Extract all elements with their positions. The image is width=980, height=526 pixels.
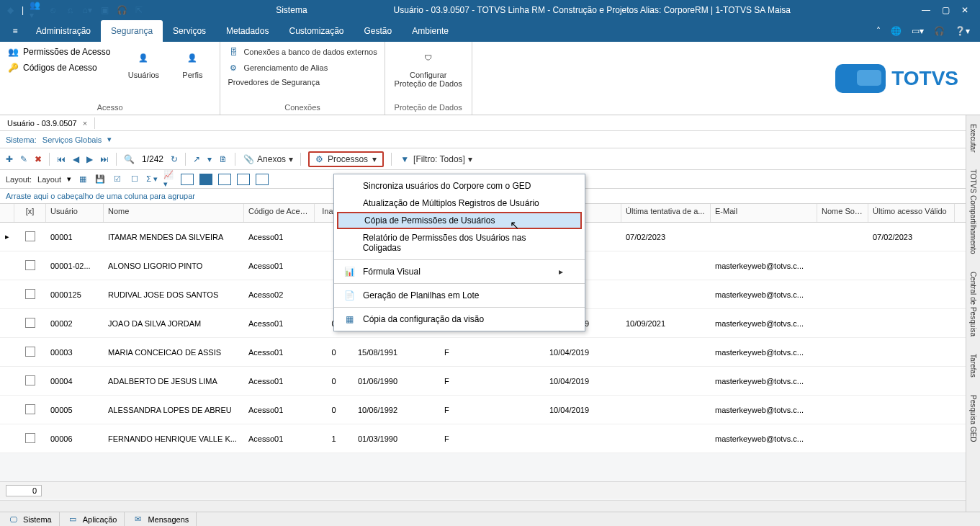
layout-view-2[interactable] — [199, 174, 212, 185]
horizontal-scrollbar[interactable] — [0, 500, 980, 512]
layout-view-5[interactable] — [256, 174, 269, 185]
menu-item[interactable]: 📄Geração de Planilhas em Lote — [334, 287, 585, 304]
provedores-seguranca-button[interactable]: Provedores de Segurança — [228, 78, 377, 86]
doc-tab-close-icon[interactable]: × — [83, 119, 87, 128]
headset-icon[interactable]: 🎧 — [116, 4, 127, 16]
side-tab-pesquisa[interactable]: Central de Pesquisa — [969, 267, 977, 341]
maximize-button[interactable]: ▢ — [942, 5, 950, 15]
side-tab-executar[interactable]: Executar — [969, 120, 977, 156]
help-icon[interactable]: ❔▾ — [955, 26, 970, 36]
gerenciamento-alias-button[interactable]: ⚙Gerenciamento de Alias — [228, 62, 377, 73]
menu-tab-ambiente[interactable]: Ambiente — [402, 20, 459, 42]
window-icon[interactable]: ▣ — [99, 4, 110, 16]
support-icon[interactable]: 🎧 — [934, 26, 945, 36]
filtro-button[interactable]: ▼[Filtro: Todos] ▾ — [399, 153, 472, 165]
count-box: 0 — [6, 485, 42, 496]
row-checkbox[interactable] — [14, 403, 46, 417]
menu-item[interactable]: 📊Fórmula Visual▸ — [334, 263, 585, 280]
home-icon[interactable]: ⌂▾ — [81, 4, 93, 16]
sistema-dropdown-icon[interactable]: ▾ — [107, 135, 112, 144]
row-checkbox[interactable] — [14, 316, 46, 331]
sigma-icon[interactable]: Σ ▾ — [146, 174, 158, 185]
first-button[interactable]: ⏮ — [57, 154, 66, 164]
row-checkbox[interactable] — [14, 432, 46, 446]
row-checkbox[interactable] — [14, 230, 46, 244]
permissoes-button[interactable]: 👥Permissões de Acesso — [7, 46, 110, 58]
menu-item[interactable]: Sincroniza usuários do Corpore com o GED — [334, 177, 585, 195]
side-tab-compartilhamento[interactable]: TOTVS Compartilhamento — [969, 165, 977, 259]
chevron-up-icon[interactable]: ˄ — [876, 26, 881, 36]
menu-item[interactable]: Relatório de Permissões dos Usuários nas… — [334, 229, 585, 257]
perfis-button[interactable]: 👤Perfis — [172, 46, 212, 79]
side-tab-ged[interactable]: Pesquisa GED — [969, 391, 977, 447]
col-tentativa[interactable]: Última tentativa de a... — [621, 204, 711, 222]
table-row[interactable]: 00005ALESSANDRA LOPES DE ABREUAcesso0101… — [0, 396, 980, 424]
col-check[interactable]: [x] — [14, 204, 46, 222]
close-button[interactable]: ✕ — [961, 5, 968, 15]
col-codigo[interactable]: Código de Acesso — [244, 204, 315, 222]
add-button[interactable]: ✚ — [6, 154, 13, 164]
col-nome[interactable]: Nome — [104, 204, 244, 222]
menu-tab-gestao[interactable]: Gestão — [354, 20, 403, 42]
layout-view-4[interactable] — [237, 174, 250, 185]
row-checkbox[interactable] — [14, 345, 46, 360]
export-button[interactable]: ↗ — [193, 154, 200, 164]
layout-value[interactable]: Layout — [37, 175, 61, 184]
col-usuario[interactable]: Usuário — [46, 204, 104, 222]
menu-tab-customizacao[interactable]: Customização — [279, 20, 354, 42]
users-icon[interactable]: 👥▾ — [30, 4, 41, 16]
grid-icon[interactable]: ▦ — [77, 174, 89, 185]
table-row[interactable]: 00003MARIA CONCEICAO DE ASSISAcesso01015… — [0, 338, 980, 367]
menu-item[interactable]: Atualização de Múltiplos Registros de Us… — [334, 195, 585, 212]
delete-button[interactable]: ✖ — [35, 154, 42, 164]
col-nomesocial[interactable]: Nome Social — [817, 204, 868, 222]
sistema-value[interactable]: Serviços Globais — [42, 135, 102, 144]
edit-button[interactable]: ✎ — [20, 154, 27, 164]
footer-tab-mensagens[interactable]: ✉Mensagens — [125, 512, 197, 526]
chart-icon[interactable]: 📈 ▾ — [163, 174, 175, 185]
codigos-button[interactable]: 🔑Códigos de Acesso — [7, 62, 110, 73]
minimize-button[interactable]: — — [922, 5, 930, 15]
menu-tab-metadados[interactable]: Metadados — [216, 20, 279, 42]
row-checkbox[interactable] — [14, 374, 46, 388]
menu-tab-administracao[interactable]: Administração — [26, 20, 101, 42]
col-email[interactable]: E-Mail — [711, 204, 817, 222]
layout-view-1[interactable] — [181, 174, 194, 185]
back-icon[interactable]: ⎋ — [47, 4, 58, 16]
prev-button[interactable]: ◀ — [73, 154, 79, 164]
layout-view-3[interactable] — [218, 174, 231, 185]
menu-item[interactable]: Cópia de Permissões de Usuários — [337, 212, 582, 229]
configurar-protecao-button[interactable]: 🛡Configurar Proteção de Dados — [392, 46, 464, 88]
menu-item[interactable]: ▦Cópia da configuração da visão — [334, 311, 585, 328]
usuarios-button[interactable]: 👤Usuários — [123, 46, 163, 79]
row-checkbox[interactable] — [14, 287, 46, 302]
anexos-button[interactable]: 📎Anexos ▾ — [243, 153, 293, 165]
forward-icon[interactable]: ⎌ — [64, 4, 76, 16]
refresh-button[interactable]: ↻ — [171, 154, 178, 164]
globe-icon[interactable]: 🌐 — [891, 26, 902, 36]
last-button[interactable]: ⏭ — [100, 154, 109, 164]
cell-nome: MARIA CONCEICAO DE ASSIS — [104, 347, 244, 358]
row-checkbox[interactable] — [14, 259, 46, 273]
screen-icon[interactable]: ▭▾ — [912, 26, 924, 36]
unchecked-icon[interactable]: ☐ — [129, 174, 140, 185]
hamburger-button[interactable]: ≡ — [4, 20, 26, 42]
export-icon[interactable]: ⇱ — [133, 4, 145, 16]
save-layout-icon[interactable]: 💾 — [94, 174, 106, 185]
footer-tab-sistema[interactable]: 🖵Sistema — [0, 512, 60, 526]
side-tab-tarefas[interactable]: Tarefas — [969, 349, 977, 382]
conexoes-externas-button[interactable]: 🗄Conexões a banco de dados externos — [228, 46, 377, 58]
menu-tab-seguranca[interactable]: Segurança — [101, 20, 163, 42]
processos-button[interactable]: ⚙ Processos ▾ — [308, 151, 384, 167]
table-row[interactable]: 00006FERNANDO HENRIQUE VALLE K...Acesso0… — [0, 424, 980, 453]
checked-icon[interactable]: ☑ — [112, 174, 123, 185]
print-dropdown-icon[interactable]: ▾ — [207, 154, 212, 164]
doc-tab-usuario[interactable]: Usuário - 03.9.0507 × — [0, 117, 95, 129]
doc-button[interactable]: 🗎 — [219, 154, 228, 164]
footer-tab-aplicacao[interactable]: ▭Aplicação — [60, 512, 125, 526]
table-row[interactable]: 00004ADALBERTO DE JESUS LIMAAcesso01001/… — [0, 367, 980, 396]
search-button[interactable]: 🔍 — [124, 154, 135, 164]
next-button[interactable]: ▶ — [86, 154, 93, 164]
menu-tab-servicos[interactable]: Serviços — [163, 20, 216, 42]
col-ultimo[interactable]: Último acesso Válido — [868, 204, 955, 222]
